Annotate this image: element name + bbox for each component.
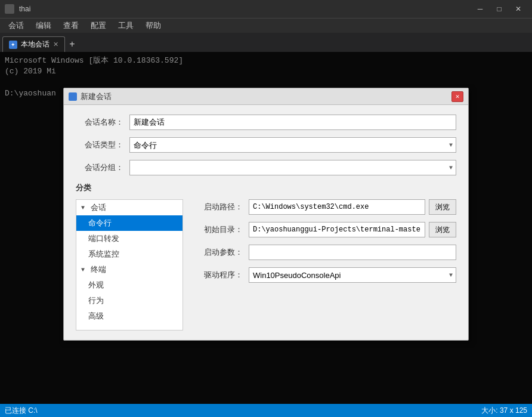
tree-label-behavior: 行为 bbox=[88, 295, 104, 306]
tree-item-portforward[interactable]: 端口转发 bbox=[76, 231, 183, 246]
start-path-input[interactable] bbox=[249, 199, 425, 215]
tree-item-cmdline[interactable]: 命令行 bbox=[76, 215, 183, 231]
tree-item-session[interactable]: ▼ 会话 bbox=[76, 200, 183, 215]
driver-label: 驱动程序： bbox=[195, 270, 243, 280]
tree-item-appearance[interactable]: 外观 bbox=[76, 277, 183, 293]
tab-bar: ✦ 本地会话 ✕ + bbox=[0, 33, 532, 52]
dialog-title-bar: 新建会话 ✕ bbox=[64, 88, 468, 105]
session-group-select-wrapper: ▼ bbox=[129, 160, 456, 175]
status-left: 已连接 C:\ bbox=[5, 406, 38, 416]
title-bar: thai ─ □ ✕ bbox=[0, 0, 532, 18]
initial-dir-label: 初始目录： bbox=[195, 224, 243, 235]
tab-close-icon[interactable]: ✕ bbox=[53, 41, 58, 48]
tree-label-sysmonitor: 系统监控 bbox=[88, 249, 119, 260]
driver-select[interactable]: Win10PseudoConsoleApi ConPty WinPty bbox=[249, 267, 456, 283]
driver-select-wrapper: Win10PseudoConsoleApi ConPty WinPty ▼ bbox=[249, 267, 456, 283]
menu-item-edit[interactable]: 编辑 bbox=[30, 18, 57, 33]
tree-item-sysmonitor[interactable]: 系统监控 bbox=[76, 246, 183, 262]
status-size: 大小: 37 x 125 bbox=[481, 406, 527, 416]
session-name-label: 会话名称： bbox=[76, 117, 123, 128]
app-icon bbox=[5, 4, 14, 14]
browse-button-1[interactable]: 浏览 bbox=[429, 199, 456, 215]
status-connected: 已连接 C:\ bbox=[5, 406, 38, 416]
dialog-overlay: 新建会话 ✕ 会话名称： 会话类型： bbox=[0, 52, 532, 404]
session-group-row: 会话分组： ▼ bbox=[76, 160, 456, 175]
add-tab-button[interactable]: + bbox=[65, 36, 79, 52]
dialog-title-icon bbox=[69, 92, 77, 101]
tree-item-behavior[interactable]: 行为 bbox=[76, 293, 183, 308]
terminal-area[interactable]: Microsoft Windows [版本 10.0.18363.592] (c… bbox=[0, 52, 532, 404]
new-session-dialog: 新建会话 ✕ 会话名称： 会话类型： bbox=[63, 88, 469, 341]
driver-row: 驱动程序： Win10PseudoConsoleApi ConPty WinPt… bbox=[195, 267, 456, 283]
maximize-button[interactable]: □ bbox=[490, 3, 508, 15]
start-params-input[interactable] bbox=[249, 245, 456, 260]
status-bar: 已连接 C:\ 大小: 37 x 125 bbox=[0, 404, 532, 417]
tree-label-portforward: 端口转发 bbox=[88, 233, 119, 244]
session-name-input[interactable] bbox=[129, 115, 456, 130]
right-panel: 启动路径： 浏览 初始目录： 浏览 bbox=[183, 199, 456, 330]
tree-label-advanced: 高级 bbox=[88, 311, 104, 322]
dialog-content: ▼ 会话 命令行 端口转发 bbox=[76, 199, 456, 330]
section-divider: 分类 bbox=[76, 183, 456, 193]
session-name-row: 会话名称： bbox=[76, 115, 456, 130]
browse-button-2[interactable]: 浏览 bbox=[429, 222, 456, 237]
tree-label-cmdline: 命令行 bbox=[88, 218, 112, 228]
tree-item-advanced[interactable]: 高级 bbox=[76, 308, 183, 324]
tree-label-session: 会话 bbox=[91, 202, 106, 213]
session-type-select[interactable]: 命令行 bbox=[129, 137, 456, 153]
title-bar-left: thai bbox=[5, 4, 30, 14]
start-path-label: 启动路径： bbox=[195, 202, 243, 212]
app-window: thai ─ □ ✕ 会话 编辑 查看 配置 工具 帮助 ✦ 本地会话 ✕ + … bbox=[0, 0, 532, 417]
status-right: 大小: 37 x 125 bbox=[481, 406, 527, 416]
menu-item-tools[interactable]: 工具 bbox=[112, 18, 140, 33]
session-type-select-wrapper: 命令行 ▼ bbox=[129, 137, 456, 153]
start-params-row: 启动参数： bbox=[195, 245, 456, 260]
session-group-label: 会话分组： bbox=[76, 162, 123, 173]
session-type-label: 会话类型： bbox=[76, 140, 123, 150]
title-bar-controls: ─ □ ✕ bbox=[471, 3, 527, 15]
tree-label-terminal: 终端 bbox=[91, 264, 106, 275]
dialog-title-label: 新建会话 bbox=[81, 91, 112, 102]
tree-item-terminal[interactable]: ▼ 终端 bbox=[76, 262, 183, 277]
start-path-row: 启动路径： 浏览 bbox=[195, 199, 456, 215]
dialog-body: 会话名称： 会话类型： 命令行 ▼ bbox=[64, 105, 468, 340]
window-title: thai bbox=[19, 5, 30, 13]
tree-arrow-terminal: ▼ bbox=[81, 267, 88, 273]
menu-item-session[interactable]: 会话 bbox=[2, 18, 30, 33]
tree-panel: ▼ 会话 命令行 端口转发 bbox=[76, 199, 183, 330]
menu-item-config[interactable]: 配置 bbox=[85, 18, 112, 33]
minimize-button[interactable]: ─ bbox=[471, 3, 489, 15]
tab-icon: ✦ bbox=[9, 41, 17, 49]
initial-dir-row: 初始目录： 浏览 bbox=[195, 222, 456, 237]
dialog-title: 新建会话 bbox=[69, 91, 112, 102]
session-type-row: 会话类型： 命令行 ▼ bbox=[76, 137, 456, 153]
initial-dir-input[interactable] bbox=[249, 222, 425, 237]
menu-item-help[interactable]: 帮助 bbox=[140, 18, 167, 33]
tree-arrow-session: ▼ bbox=[81, 205, 88, 211]
dialog-close-button[interactable]: ✕ bbox=[451, 91, 463, 102]
close-button[interactable]: ✕ bbox=[509, 3, 527, 15]
tab-local-session[interactable]: ✦ 本地会话 ✕ bbox=[2, 36, 65, 52]
session-group-select[interactable] bbox=[129, 160, 456, 175]
menu-item-view[interactable]: 查看 bbox=[57, 18, 85, 33]
start-params-label: 启动参数： bbox=[195, 247, 243, 258]
tree-label-appearance: 外观 bbox=[88, 280, 104, 291]
tab-label: 本地会话 bbox=[21, 39, 50, 50]
menu-bar: 会话 编辑 查看 配置 工具 帮助 bbox=[0, 18, 532, 33]
